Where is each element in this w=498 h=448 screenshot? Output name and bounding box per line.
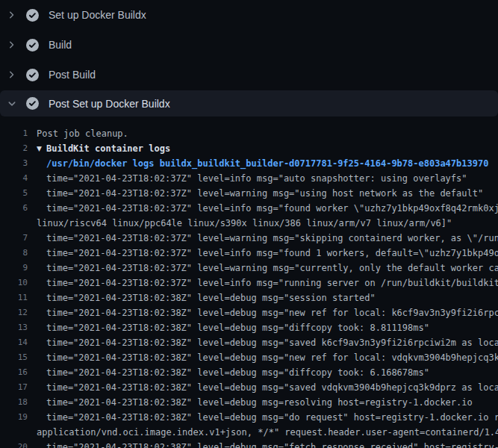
log-text: time="2021-04-23T18:02:38Z" level=debug … xyxy=(28,395,473,410)
log-text: time="2021-04-23T18:02:37Z" level=info m… xyxy=(28,171,467,186)
chevron-down-icon xyxy=(7,99,16,108)
log-line-wrap: application/vnd.oci.image.index.v1+json,… xyxy=(0,425,498,440)
log-line: 20time="2021-04-23T18:02:38Z" level=debu… xyxy=(0,440,498,448)
line-number[interactable]: 18 xyxy=(0,395,28,410)
chevron-right-icon xyxy=(7,70,16,79)
check-circle-icon xyxy=(26,9,39,22)
group-collapse-icon[interactable]: ▼ xyxy=(37,141,46,156)
line-number[interactable]: 15 xyxy=(0,350,28,365)
step-title: Build xyxy=(49,39,72,51)
steps-list: Set up Docker BuildxBuildPost BuildPost … xyxy=(0,0,498,116)
log-line: 11time="2021-04-23T18:02:38Z" level=debu… xyxy=(0,290,498,305)
chevron-right-icon xyxy=(7,10,16,19)
log-line: 7time="2021-04-23T18:02:37Z" level=warni… xyxy=(0,231,498,246)
log-line: 8time="2021-04-23T18:02:37Z" level=info … xyxy=(0,246,498,261)
log-text: time="2021-04-23T18:02:37Z" level=info m… xyxy=(28,201,498,216)
line-number[interactable]: 11 xyxy=(0,290,28,305)
line-number[interactable]: 3 xyxy=(0,156,28,171)
log-text: time="2021-04-23T18:02:37Z" level=warnin… xyxy=(28,231,498,246)
log-line: 18time="2021-04-23T18:02:38Z" level=debu… xyxy=(0,395,498,410)
line-number[interactable]: 9 xyxy=(0,261,28,276)
check-circle-icon xyxy=(26,39,39,52)
log-text[interactable]: ▼BuildKit container logs xyxy=(28,141,170,156)
log-line: 16time="2021-04-23T18:02:38Z" level=debu… xyxy=(0,365,498,380)
log-text: time="2021-04-23T18:02:38Z" level=debug … xyxy=(28,410,498,425)
log-text: time="2021-04-23T18:02:37Z" level=warnin… xyxy=(28,186,483,201)
check-circle-icon xyxy=(26,69,39,81)
log-text: time="2021-04-23T18:02:37Z" level=warnin… xyxy=(28,261,498,276)
line-number xyxy=(0,216,28,231)
step-row-post-set-up-docker-buildx[interactable]: Post Set up Docker Buildx xyxy=(0,90,498,116)
line-number[interactable]: 2 xyxy=(0,141,28,156)
log-text: application/vnd.oci.image.index.v1+json,… xyxy=(28,425,498,440)
log-line: 12time="2021-04-23T18:02:38Z" level=debu… xyxy=(0,305,498,320)
line-number[interactable]: 7 xyxy=(0,231,28,246)
log-line: 9time="2021-04-23T18:02:37Z" level=warni… xyxy=(0,261,498,276)
log-line: 17time="2021-04-23T18:02:38Z" level=debu… xyxy=(0,380,498,395)
step-title: Post Set up Docker Buildx xyxy=(49,98,170,110)
log-line: 10time="2021-04-23T18:02:37Z" level=info… xyxy=(0,276,498,290)
log-text: time="2021-04-23T18:02:38Z" level=debug … xyxy=(28,350,498,365)
line-number xyxy=(0,425,28,440)
log-text: time="2021-04-23T18:02:37Z" level=info m… xyxy=(28,246,498,261)
log-line: 1Post job cleanup. xyxy=(0,126,498,141)
log-text: time="2021-04-23T18:02:38Z" level=debug … xyxy=(28,335,498,350)
group-title: BuildKit container logs xyxy=(46,143,170,154)
log-line: 3/usr/bin/docker logs buildx_buildkit_bu… xyxy=(0,156,498,171)
log-text: linux/riscv64 linux/ppc64le linux/s390x … xyxy=(28,216,452,231)
step-row-build[interactable]: Build xyxy=(0,30,498,60)
log-text: time="2021-04-23T18:02:38Z" level=debug … xyxy=(28,440,498,448)
step-row-post-build[interactable]: Post Build xyxy=(0,60,498,90)
log-line: 2▼BuildKit container logs xyxy=(0,141,498,156)
line-number[interactable]: 20 xyxy=(0,440,28,448)
log-text: time="2021-04-23T18:02:38Z" level=debug … xyxy=(28,305,498,320)
log-line: 14time="2021-04-23T18:02:38Z" level=debu… xyxy=(0,335,498,350)
line-number[interactable]: 14 xyxy=(0,335,28,350)
chevron-right-icon xyxy=(7,40,16,49)
step-title: Post Build xyxy=(49,69,96,81)
log-text: time="2021-04-23T18:02:38Z" level=debug … xyxy=(28,380,498,395)
log-viewer: 1Post job cleanup.2▼BuildKit container l… xyxy=(0,116,498,448)
step-title: Set up Docker Buildx xyxy=(49,9,146,21)
line-number[interactable]: 4 xyxy=(0,171,28,186)
line-number[interactable]: 5 xyxy=(0,186,28,201)
log-line: 5time="2021-04-23T18:02:37Z" level=warni… xyxy=(0,186,498,201)
line-number[interactable]: 13 xyxy=(0,320,28,335)
line-number[interactable]: 6 xyxy=(0,201,28,216)
step-row-set-up-docker-buildx[interactable]: Set up Docker Buildx xyxy=(0,0,498,30)
check-circle-icon xyxy=(26,97,39,110)
log-line: 19time="2021-04-23T18:02:38Z" level=debu… xyxy=(0,410,498,425)
line-number[interactable]: 16 xyxy=(0,365,28,380)
log-line: 6time="2021-04-23T18:02:37Z" level=info … xyxy=(0,201,498,216)
log-line: 15time="2021-04-23T18:02:38Z" level=debu… xyxy=(0,350,498,365)
line-number[interactable]: 17 xyxy=(0,380,28,395)
log-text: time="2021-04-23T18:02:38Z" level=debug … xyxy=(28,320,429,335)
log-text: Post job cleanup. xyxy=(28,126,128,141)
line-number[interactable]: 19 xyxy=(0,410,28,425)
line-number[interactable]: 12 xyxy=(0,305,28,320)
log-text: time="2021-04-23T18:02:38Z" level=debug … xyxy=(28,365,429,380)
log-line-wrap: linux/riscv64 linux/ppc64le linux/s390x … xyxy=(0,216,498,231)
line-number[interactable]: 1 xyxy=(0,126,28,141)
log-line: 4time="2021-04-23T18:02:37Z" level=info … xyxy=(0,171,498,186)
line-number[interactable]: 8 xyxy=(0,246,28,261)
line-number[interactable]: 10 xyxy=(0,276,28,290)
log-text: time="2021-04-23T18:02:38Z" level=debug … xyxy=(28,290,376,305)
log-line: 13time="2021-04-23T18:02:38Z" level=debu… xyxy=(0,320,498,335)
log-command-text: /usr/bin/docker logs buildx_buildkit_bui… xyxy=(28,156,488,171)
log-text: time="2021-04-23T18:02:37Z" level=info m… xyxy=(28,276,498,290)
